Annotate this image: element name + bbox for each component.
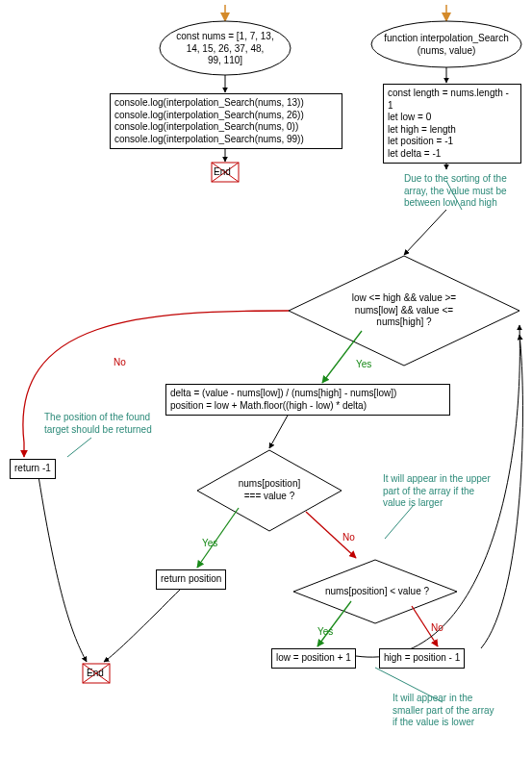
match-diamond: nums[position] === value ?	[229, 478, 310, 502]
edge-label-no: No	[114, 358, 126, 367]
svg-line-26	[385, 505, 414, 539]
edge-label-no: No	[431, 623, 443, 633]
func-ellipse: function interpolation_Search (nums, val…	[381, 33, 512, 57]
init-box: const length = nums.length - 1 let low =…	[383, 84, 521, 164]
calc-box: delta = (value - nums[low]) / (nums[high…	[165, 384, 450, 416]
edge-label-yes: Yes	[317, 627, 333, 637]
edge-label-yes: Yes	[356, 360, 371, 369]
comment-found: The position of the found target should …	[44, 412, 169, 436]
svg-line-19	[317, 601, 351, 646]
low-update-box: low = position + 1	[271, 648, 356, 669]
return-position: return position	[156, 569, 226, 590]
edge-label-yes: Yes	[202, 539, 217, 548]
comment-lower: It will appear in the smaller part of th…	[393, 693, 516, 729]
end-left: End	[214, 166, 231, 177]
high-update-box: high = position - 1	[379, 648, 465, 669]
svg-line-25	[67, 438, 91, 457]
svg-line-14	[269, 414, 289, 448]
start-ellipse-left: const nums = [1, 7, 13, 14, 15, 26, 37, …	[169, 31, 281, 67]
calls-box: console.log(interpolation_Search(nums, 1…	[110, 93, 342, 149]
comment-sort: Due to the sorting of the array, the val…	[404, 173, 519, 210]
less-diamond: nums[position] < value ?	[319, 586, 435, 598]
end-right: End	[87, 668, 104, 678]
svg-line-13	[322, 331, 362, 383]
edge-label-no: No	[342, 533, 355, 543]
return-neg1: return -1	[10, 459, 56, 479]
svg-line-11	[404, 210, 446, 255]
comment-upper: It will appear in the upper part of the …	[383, 473, 510, 510]
while-diamond: low <= high && value >= nums[low] && val…	[339, 292, 469, 329]
